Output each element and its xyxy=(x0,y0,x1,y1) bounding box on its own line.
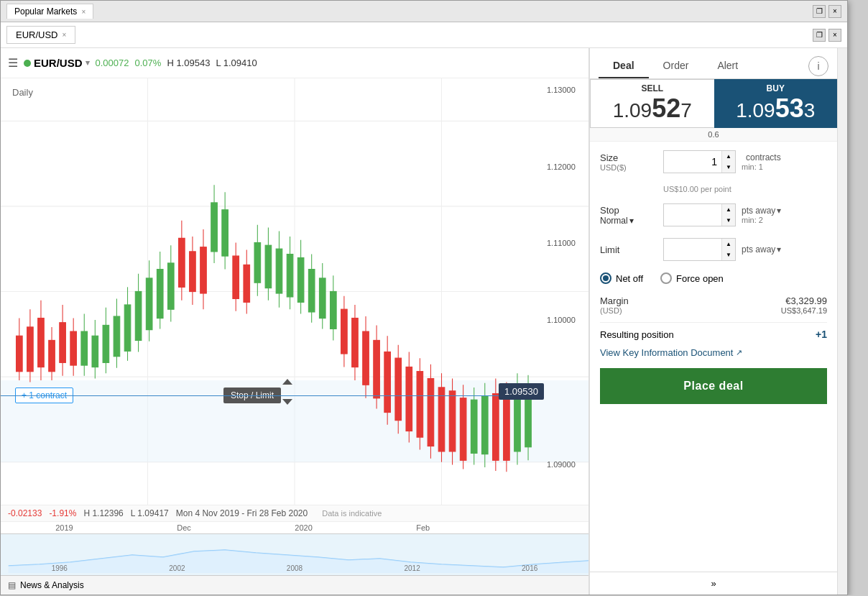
radio-force-open-circle xyxy=(660,272,672,284)
candlestick-chart xyxy=(1,78,588,505)
chart-header: ☰ EUR/USD ▾ 0.00072 0.07% H 1.09543 L 1.… xyxy=(1,48,588,78)
price-level-1: 1.13000 xyxy=(547,86,586,94)
stop-down-btn[interactable]: ▼ xyxy=(722,215,735,226)
chevron-down-icon[interactable]: ▾ xyxy=(86,58,90,68)
tab-alert[interactable]: Alert xyxy=(703,54,752,78)
resulting-row: Resulting position +1 xyxy=(600,322,827,340)
margin-row: Margin (USD) €3,329.99 US$3,647.19 xyxy=(600,295,827,315)
size-down-btn[interactable]: ▼ xyxy=(722,162,735,173)
buy-label: BUY xyxy=(767,83,785,93)
close-btn[interactable]: × xyxy=(828,5,841,18)
sub-restore-btn[interactable]: ❐ xyxy=(813,29,826,42)
sell-label: SELL xyxy=(641,83,663,93)
tab-order[interactable]: Order xyxy=(649,54,703,78)
mini-year-2008: 2008 xyxy=(287,564,303,572)
size-input-group: ▲ ▼ xyxy=(663,150,736,173)
stop-input[interactable] xyxy=(664,206,721,224)
restore-btn[interactable]: ❐ xyxy=(813,5,826,18)
sell-price-suffix: 7 xyxy=(680,99,692,122)
limit-down-btn[interactable]: ▼ xyxy=(722,249,735,260)
title-tab-popular-markets[interactable]: Popular Markets × xyxy=(6,4,93,19)
mini-year-2002: 2002 xyxy=(169,564,185,572)
right-scrollbar[interactable] xyxy=(837,48,847,595)
info-button[interactable]: i xyxy=(808,56,828,76)
price-axis: 1.13000 1.12000 1.11000 1.10000 1.09000 xyxy=(544,78,588,476)
limit-row: Limit ▲ ▼ pts away ▾ xyxy=(600,238,827,261)
buy-button[interactable]: BUY 1.09533 xyxy=(714,79,838,128)
margin-value: €3,329.99 xyxy=(781,295,827,306)
margin-value-group: €3,329.99 US$3,647.19 xyxy=(781,295,827,315)
x-label-2019: 2019 xyxy=(55,523,73,532)
sell-button[interactable]: SELL 1.09527 xyxy=(590,79,714,128)
mini-year-1996: 1996 xyxy=(52,564,68,572)
mini-year-2016: 2016 xyxy=(522,564,537,572)
limit-label-group: Limit xyxy=(600,244,657,255)
size-input[interactable] xyxy=(664,153,721,170)
spread-value: 0.6 xyxy=(708,130,719,139)
radio-net-off[interactable]: Net off xyxy=(600,272,643,284)
x-label-feb: Feb xyxy=(416,523,430,532)
size-label: Size xyxy=(600,152,657,163)
sell-price-prefix: 1.09 xyxy=(613,99,652,122)
size-unit: contracts xyxy=(746,152,781,162)
price-high: H 1.09543 xyxy=(167,58,210,68)
stop-input-group: ▲ ▼ xyxy=(663,203,736,226)
tab-deal[interactable]: Deal xyxy=(599,54,649,78)
price-level-3: 1.11000 xyxy=(547,239,586,247)
resulting-label: Resulting position xyxy=(600,329,674,340)
chart-period-label: Daily xyxy=(12,87,33,98)
instrument-tab-close[interactable]: × xyxy=(63,31,67,39)
per-point-label: US$10.00 per point xyxy=(663,185,827,193)
radio-net-off-label: Net off xyxy=(616,273,643,284)
radio-force-open[interactable]: Force open xyxy=(660,272,724,284)
title-bar: Popular Markets × ❐ × xyxy=(1,1,847,22)
chevron-down-icon-stop-unit[interactable]: ▾ xyxy=(777,206,781,216)
margin-sub: (USD) xyxy=(600,306,629,315)
margin-label-group: Margin (USD) xyxy=(600,295,629,315)
sub-close-btn[interactable]: × xyxy=(828,29,841,42)
limit-input[interactable] xyxy=(664,241,721,258)
chart-area: ☰ EUR/USD ▾ 0.00072 0.07% H 1.09543 L 1.… xyxy=(1,48,589,595)
place-deal-button[interactable]: Place deal xyxy=(600,368,827,404)
stop-row: Stop Normal ▾ ▲ ▼ xyxy=(600,203,827,226)
hamburger-icon[interactable]: ☰ xyxy=(8,56,18,70)
key-info-label: View Key Information Document xyxy=(600,347,733,358)
radio-force-open-label: Force open xyxy=(676,273,724,284)
title-tab-close[interactable]: × xyxy=(81,8,86,16)
panel-footer[interactable]: » xyxy=(590,572,837,595)
stat-low: L 1.09417 xyxy=(131,508,169,518)
margin-value-sub: US$3,647.19 xyxy=(781,306,827,315)
instrument-tab[interactable]: EUR/USD × xyxy=(6,26,75,44)
buy-price: 1.09533 xyxy=(736,93,815,124)
stop-unit: pts away xyxy=(742,206,775,216)
size-min: min: 1 xyxy=(742,162,781,171)
margin-label: Margin xyxy=(600,295,629,306)
radio-group: Net off Force open xyxy=(600,272,827,284)
chart-canvas: Daily 1.13000 1.12000 1.11000 1.10000 1.… xyxy=(1,78,588,505)
triangle-down-icon xyxy=(282,399,292,405)
limit-input-group: ▲ ▼ xyxy=(663,238,736,261)
chevron-down-icon-limit[interactable]: ▾ xyxy=(777,244,781,255)
stat-date-range: Mon 4 Nov 2019 - Fri 28 Feb 2020 xyxy=(176,508,308,518)
triangle-up-icon xyxy=(282,379,292,385)
sell-price-big: 52 xyxy=(652,93,680,123)
buy-price-suffix: 3 xyxy=(804,99,816,122)
stop-unit-group: pts away ▾ min: 2 xyxy=(742,206,781,224)
news-bar[interactable]: ▤ News & Analysis xyxy=(1,575,588,595)
panel-tabs: Deal Order Alert i xyxy=(590,48,837,79)
status-dot xyxy=(24,60,31,67)
stat-high: H 1.12396 xyxy=(83,508,123,518)
x-label-dec: Dec xyxy=(177,523,191,532)
stop-up-btn[interactable]: ▲ xyxy=(722,204,735,215)
key-info-link[interactable]: View Key Information Document ↗ xyxy=(600,347,827,358)
news-icon: ▤ xyxy=(8,580,16,590)
stat-change-pct: -1.91% xyxy=(49,508,76,518)
stop-type-dropdown[interactable]: Normal ▾ xyxy=(600,216,657,226)
radio-net-off-circle xyxy=(600,272,611,284)
size-up-btn[interactable]: ▲ xyxy=(722,151,735,162)
limit-unit-group: pts away ▾ xyxy=(742,244,781,255)
limit-up-btn[interactable]: ▲ xyxy=(722,239,735,249)
sub-controls: ❐ × xyxy=(813,29,841,42)
form-section: Size USD($) ▲ ▼ contracts min: 1 xyxy=(590,142,837,572)
sub-title-bar: EUR/USD × ❐ × xyxy=(1,22,847,48)
